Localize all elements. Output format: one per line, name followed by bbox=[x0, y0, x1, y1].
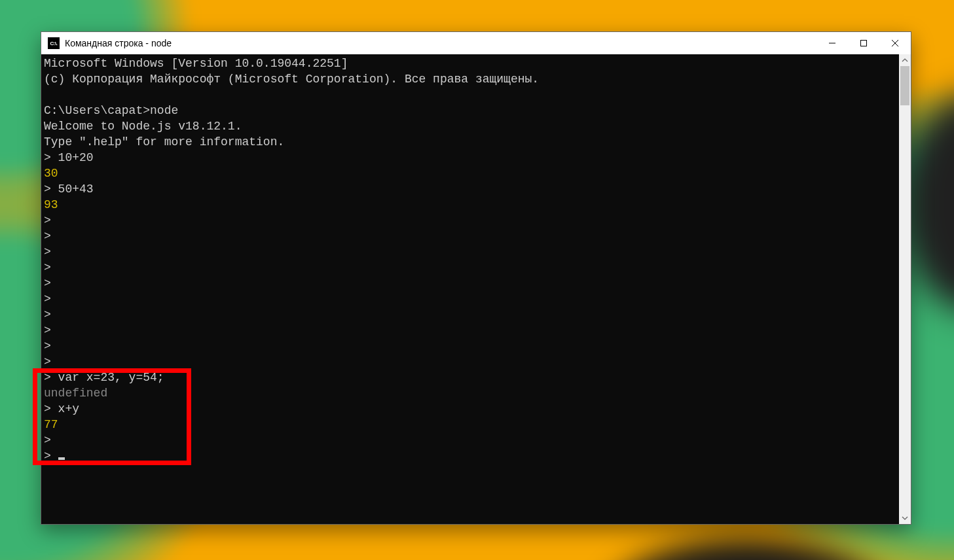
terminal-line: (c) Корпорация Майкрософт (Microsoft Cor… bbox=[44, 71, 896, 87]
cmd-icon: C:\. bbox=[48, 37, 60, 49]
cursor bbox=[58, 457, 65, 460]
chevron-up-icon bbox=[902, 57, 908, 63]
titlebar[interactable]: C:\. Командная строка - node bbox=[41, 32, 911, 54]
terminal-line bbox=[44, 87, 896, 103]
cmd-window: C:\. Командная строка - node Microsoft W… bbox=[41, 31, 911, 525]
terminal-line: 93 bbox=[44, 197, 896, 213]
minimize-icon bbox=[828, 39, 836, 47]
terminal-line: > bbox=[44, 307, 896, 323]
client-area: Microsoft Windows [Version 10.0.19044.22… bbox=[41, 54, 911, 524]
window-title: Командная строка - node bbox=[65, 38, 816, 48]
scroll-down-button[interactable] bbox=[899, 512, 911, 524]
terminal-line: > bbox=[44, 323, 896, 338]
terminal-line: > bbox=[44, 291, 896, 307]
terminal-line: C:\Users\capat>node bbox=[44, 103, 896, 118]
terminal-line: 30 bbox=[44, 166, 896, 181]
terminal-line: > var x=23, y=54; bbox=[44, 370, 896, 385]
terminal-line: > bbox=[44, 432, 896, 448]
scroll-up-button[interactable] bbox=[899, 54, 911, 66]
vertical-scrollbar[interactable] bbox=[899, 54, 911, 524]
chevron-down-icon bbox=[902, 515, 908, 521]
terminal-line: > bbox=[44, 448, 896, 464]
maximize-button[interactable] bbox=[848, 32, 879, 54]
terminal-line: Microsoft Windows [Version 10.0.19044.22… bbox=[44, 56, 896, 71]
terminal-line: > bbox=[44, 244, 896, 260]
minimize-button[interactable] bbox=[816, 32, 848, 54]
maximize-icon bbox=[860, 39, 868, 47]
terminal-line: > bbox=[44, 228, 896, 244]
terminal-output[interactable]: Microsoft Windows [Version 10.0.19044.22… bbox=[41, 54, 899, 524]
terminal-line: > bbox=[44, 260, 896, 275]
window-controls bbox=[816, 32, 911, 54]
terminal-line: > bbox=[44, 338, 896, 354]
terminal-line: 77 bbox=[44, 417, 896, 432]
svg-rect-1 bbox=[861, 41, 867, 46]
terminal-line: undefined bbox=[44, 385, 896, 401]
terminal-line: Welcome to Node.js v18.12.1. bbox=[44, 118, 896, 134]
terminal-line: Type ".help" for more information. bbox=[44, 134, 896, 150]
terminal-line: > bbox=[44, 275, 896, 291]
terminal-line: > x+y bbox=[44, 401, 896, 417]
terminal-line: > 50+43 bbox=[44, 181, 896, 197]
terminal-line: > bbox=[44, 213, 896, 228]
close-icon bbox=[891, 39, 899, 47]
terminal-line: > 10+20 bbox=[44, 150, 896, 166]
terminal-line: > bbox=[44, 354, 896, 370]
close-button[interactable] bbox=[879, 32, 911, 54]
scroll-thumb[interactable] bbox=[900, 66, 909, 105]
